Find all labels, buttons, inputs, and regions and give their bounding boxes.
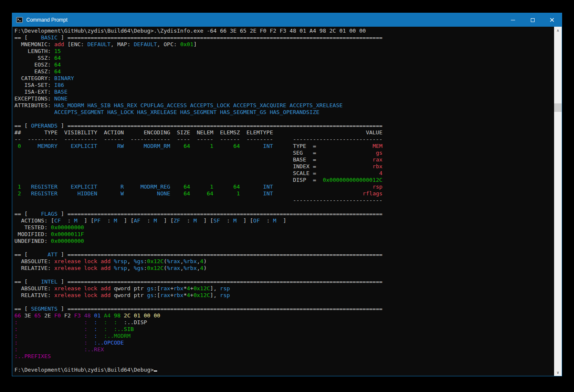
terminal-line: INDEX = rbx <box>14 163 554 170</box>
terminal-line <box>14 360 554 367</box>
text-cursor <box>154 370 157 372</box>
terminal-line: ACCEPTS_SEGMENT HAS_LOCK HAS_XRELEASE HA… <box>14 109 554 116</box>
terminal-line: : : : : : :..DISP <box>14 319 554 326</box>
terminal-line: ## TYPE VISIBILITY ACTION ENCODING SIZE … <box>14 129 554 136</box>
terminal-line: TESTED: 0x00000000 <box>14 224 554 231</box>
terminal-line: CATEGORY: BINARY <box>14 75 554 82</box>
terminal-line <box>14 299 554 306</box>
terminal-line <box>14 116 554 122</box>
terminal-line: ABSOLUTE: xrelease lock add %rsp, %gs:0x… <box>14 258 554 265</box>
terminal-line: ACTIONS: [CF : M ] [PF : M ] [AF : M ] [… <box>14 217 554 224</box>
terminal-line: 1 REGISTER EXPLICIT R MODRM_REG 64 1 64 … <box>14 183 554 190</box>
terminal-line: == [ INTEL ] ===========================… <box>14 278 554 285</box>
terminal-line <box>14 272 554 278</box>
terminal-line: EOSZ: 64 <box>14 61 554 68</box>
terminal-line: MODIFIED: 0x0000011F <box>14 231 554 238</box>
terminal-line: == [ OPERANDS ] ========================… <box>14 122 554 129</box>
minimize-button[interactable] <box>503 13 523 27</box>
terminal-line: : :..REX <box>14 346 554 353</box>
terminal-line <box>14 204 554 211</box>
scrollbar-thumb[interactable] <box>554 103 562 112</box>
terminal-line: MNEMONIC: add [ENC: DEFAULT, MAP: DEFAUL… <box>14 41 554 48</box>
terminal-line: ABSOLUTE: xrelease lock add qword ptr gs… <box>14 285 554 292</box>
scrollbar-track[interactable]: ∧ ∨ <box>554 27 562 376</box>
terminal-line: -- --------- ---------- ------ ---------… <box>14 136 554 143</box>
terminal-line: 66 3E 65 2E F0 F2 F3 48 01 A4 98 2C 01 0… <box>14 312 554 319</box>
terminal-line: EXCEPTIONS: NONE <box>14 95 554 102</box>
terminal-line: --------------------------- <box>14 197 554 204</box>
minimize-icon <box>511 20 515 20</box>
title-bar[interactable]: Command Prompt × <box>12 13 562 27</box>
terminal-line: == [ ATT ] =============================… <box>14 251 554 258</box>
cmd-icon <box>16 17 23 23</box>
terminal-line: ISA-SET: I86 <box>14 82 554 89</box>
maximize-icon <box>531 18 535 22</box>
close-button[interactable]: × <box>542 13 562 27</box>
terminal-line: UNDEFINED: 0x00000000 <box>14 238 554 245</box>
terminal-line: == [ BASIC ] ===========================… <box>14 34 554 41</box>
terminal-line: F:\Development\GitHub\zydis\Build64\Debu… <box>14 367 554 373</box>
terminal-line: == [ FLAGS ] ===========================… <box>14 211 554 217</box>
terminal-line: DISP = 0x000000000000012C <box>14 177 554 183</box>
terminal-line: SSZ: 64 <box>14 55 554 61</box>
command-prompt-window: Command Prompt × F:\Development\GitHub\z… <box>12 13 562 376</box>
terminal-line: SEG = gs <box>14 150 554 156</box>
terminal-line: == [ SEGMENTS ] ========================… <box>14 306 554 312</box>
terminal-line: SCALE = 4 <box>14 170 554 177</box>
terminal-line: BASE = rax <box>14 156 554 163</box>
terminal-line: EASZ: 64 <box>14 68 554 75</box>
maximize-button[interactable] <box>523 13 542 27</box>
terminal-line <box>14 245 554 251</box>
close-icon: × <box>549 17 555 23</box>
terminal-line: RELATIVE: xrelease lock add qword ptr gs… <box>14 292 554 299</box>
terminal-line: : : : : :..SIB <box>14 326 554 333</box>
terminal-line: : : : :..MODRM <box>14 333 554 339</box>
console-output[interactable]: F:\Development\GitHub\zydis\Build64\Debu… <box>12 27 554 376</box>
terminal-line: LENGTH: 15 <box>14 48 554 55</box>
scroll-up-button[interactable]: ∧ <box>554 27 562 34</box>
terminal-line: : : :..OPCODE <box>14 339 554 346</box>
terminal-line: RELATIVE: xrelease lock add %rsp, %gs:0x… <box>14 265 554 272</box>
scroll-down-button[interactable]: ∨ <box>554 369 562 376</box>
terminal-line: :..PREFIXES <box>14 353 554 360</box>
caption-buttons: × <box>503 13 562 27</box>
terminal-line: ISA-EXT: BASE <box>14 89 554 95</box>
terminal-line: 2 REGISTER HIDDEN W NONE 64 64 1 INT rfl… <box>14 190 554 197</box>
terminal-line: ATTRIBUTES: HAS_MODRM HAS_SIB HAS_REX CP… <box>14 102 554 109</box>
terminal-line: 0 MEMORY EXPLICIT RW MODRM_RM 64 1 64 IN… <box>14 143 554 150</box>
window-title: Command Prompt <box>26 17 67 23</box>
terminal-line: F:\Development\GitHub\zydis\Build64\Debu… <box>14 28 554 34</box>
